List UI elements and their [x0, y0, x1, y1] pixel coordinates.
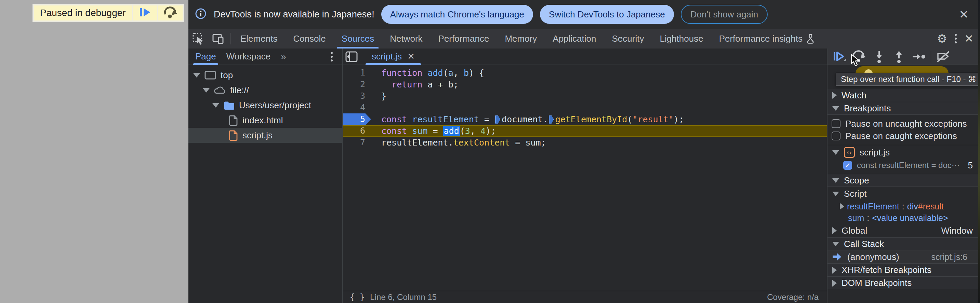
deactivate-breakpoints-icon: [935, 49, 951, 64]
tab-console[interactable]: Console: [285, 29, 333, 49]
tab-network[interactable]: Network: [382, 29, 430, 49]
pretty-print-icon[interactable]: { }: [350, 292, 364, 302]
scope-global-row[interactable]: Global Window: [827, 224, 978, 237]
pause-uncaught-checkbox[interactable]: [832, 119, 840, 128]
expand-icon[interactable]: [840, 203, 844, 210]
line-number[interactable]: 2: [343, 79, 371, 90]
expand-icon[interactable]: [832, 280, 837, 287]
more-options-icon[interactable]: [955, 34, 957, 36]
line-number[interactable]: 1: [343, 67, 371, 79]
xhr-breakpoints-header[interactable]: XHR/fetch Breakpoints: [827, 263, 978, 276]
call-stack-section-header[interactable]: Call Stack: [827, 237, 978, 251]
navigator-tab-workspace[interactable]: Workspace: [226, 49, 271, 65]
code-editor[interactable]: 1 function add(a, b) { 2 return a + b; 3…: [343, 65, 827, 291]
step-icon: [911, 49, 926, 64]
settings-gear-icon[interactable]: ⚙: [937, 32, 947, 46]
step-over-page-button[interactable]: [158, 5, 183, 21]
device-toolbar-button[interactable]: [208, 29, 228, 49]
tree-item-index-html[interactable]: index.html: [188, 113, 342, 128]
collapse-icon[interactable]: [832, 178, 839, 183]
frame-icon: [204, 70, 216, 80]
call-stack-frame[interactable]: (anonymous) script.js:6: [827, 251, 978, 263]
breakpoints-section-header[interactable]: Breakpoints: [827, 102, 978, 115]
scope-script-row[interactable]: Script: [827, 187, 978, 200]
tree-item-script-js[interactable]: script.js: [188, 128, 342, 143]
paused-label: Paused in debugger: [40, 8, 126, 19]
devtools-window: DevTools is now available in Japanese! A…: [188, 0, 978, 303]
breakpoint-file-group[interactable]: ‹› script.js: [827, 146, 978, 159]
dont-show-again-button[interactable]: Don't show again: [681, 5, 768, 24]
breakpoint-line-number: 5: [968, 160, 973, 171]
more-tabs-icon[interactable]: »: [281, 51, 286, 62]
pause-caught-checkbox[interactable]: [832, 132, 840, 140]
flask-icon: [806, 33, 815, 44]
toolbar-divider: [230, 33, 231, 44]
scope-sum-row[interactable]: sum: <value unavailable>: [827, 212, 978, 224]
tab-performance-insights[interactable]: Performance insights: [711, 29, 823, 49]
tab-security[interactable]: Security: [604, 29, 652, 49]
navigator-menu-icon[interactable]: [331, 52, 333, 54]
always-match-language-button[interactable]: Always match Chrome's language: [381, 5, 533, 24]
collapse-icon[interactable]: [832, 150, 839, 155]
step-into-button[interactable]: [869, 49, 889, 65]
resume-script-button[interactable]: [133, 5, 157, 21]
breakpoint-entry[interactable]: ✓ const resultElement = doc⋯ 5: [827, 159, 978, 172]
collapse-icon[interactable]: [832, 242, 839, 246]
expand-icon[interactable]: [832, 227, 837, 234]
tab-sources[interactable]: Sources: [334, 29, 382, 49]
collapse-icon[interactable]: [832, 106, 839, 111]
tree-item-top[interactable]: top: [188, 68, 342, 82]
pause-uncaught-row[interactable]: Pause on uncaught exceptions: [827, 117, 978, 130]
editor-tab-script-js[interactable]: script.js ✕: [365, 49, 422, 65]
debugger-sections: Step over next function call - F10 - ⌘ '…: [827, 65, 978, 303]
step-out-icon: [891, 49, 907, 64]
expand-icon[interactable]: [193, 73, 200, 78]
line-number[interactable]: 3: [343, 90, 371, 102]
deactivate-breakpoints-button[interactable]: [933, 49, 953, 65]
scope-result-element-row[interactable]: resultElement: div#result: [827, 200, 978, 212]
inspect-element-button[interactable]: [188, 29, 208, 49]
tabbar-right-controls: ⚙ ✕: [937, 32, 978, 46]
breakpoint-marker[interactable]: 5: [343, 113, 371, 125]
tab-memory[interactable]: Memory: [497, 29, 545, 49]
line-number[interactable]: 6: [343, 125, 371, 136]
tab-performance[interactable]: Performance: [431, 29, 497, 49]
expand-icon[interactable]: [832, 267, 837, 274]
resume-button[interactable]: [830, 49, 850, 65]
pause-caught-row[interactable]: Pause on caught exceptions: [827, 130, 978, 142]
watch-section-header[interactable]: Watch: [827, 89, 978, 102]
collapse-icon[interactable]: [832, 92, 837, 99]
inline-breakpoint-marker[interactable]: [549, 116, 554, 124]
navigator-tab-page[interactable]: Page: [195, 49, 216, 65]
expand-icon[interactable]: [212, 103, 219, 108]
tree-item-file-protocol[interactable]: file://: [188, 82, 342, 98]
selected-call-add[interactable]: add: [443, 126, 460, 136]
dom-breakpoints-header[interactable]: DOM Breakpoints: [827, 276, 978, 289]
active-frame-arrow-icon: [831, 251, 843, 263]
inline-breakpoint-marker[interactable]: [495, 116, 500, 124]
step-over-icon: [163, 5, 178, 21]
language-infobar: DevTools is now available in Japanese! A…: [188, 0, 978, 29]
step-out-button[interactable]: [889, 49, 909, 65]
tree-item-project-folder[interactable]: Users/user/project: [188, 98, 342, 113]
infobar-message: DevTools is now available in Japanese!: [214, 9, 374, 20]
expand-icon[interactable]: [203, 88, 210, 93]
close-devtools-icon[interactable]: ✕: [964, 32, 974, 45]
collapse-icon[interactable]: [832, 192, 839, 196]
resume-icon: [832, 49, 847, 64]
close-tab-icon[interactable]: ✕: [407, 51, 415, 62]
line-number[interactable]: 4: [343, 102, 371, 113]
switch-to-japanese-button[interactable]: Switch DevTools to Japanese: [540, 5, 674, 24]
infobar-close-icon[interactable]: ✕: [959, 8, 969, 21]
line-number[interactable]: 7: [343, 136, 371, 148]
step-button[interactable]: [909, 49, 929, 65]
toggle-navigator-button[interactable]: [343, 50, 360, 63]
tab-elements[interactable]: Elements: [232, 29, 285, 49]
code-line-3: 3 }: [343, 90, 827, 102]
editor-statusbar: { } Line 6, Column 15 Coverage: n/a: [343, 291, 827, 303]
step-over-button[interactable]: [850, 49, 869, 65]
tab-application[interactable]: Application: [545, 29, 604, 49]
scope-section-header[interactable]: Scope: [827, 174, 978, 187]
tab-lighthouse[interactable]: Lighthouse: [652, 29, 711, 49]
breakpoint-checkbox[interactable]: ✓: [843, 161, 852, 170]
